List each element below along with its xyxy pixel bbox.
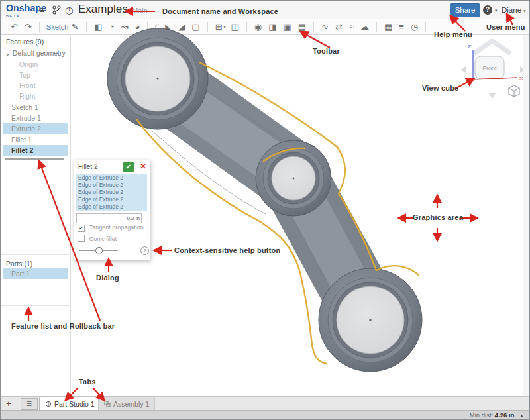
- context-help-button[interactable]: ?: [140, 246, 149, 255]
- view-cube-face-label: Front: [482, 65, 497, 72]
- model-boss-middle: [256, 140, 331, 216]
- dialog-cancel-button[interactable]: ✕: [140, 162, 146, 171]
- checkbox-checked-icon[interactable]: ✔: [78, 225, 85, 232]
- dialog-title: Fillet 2: [78, 163, 97, 170]
- annotation-label-document-name: Document name and Workspace: [162, 7, 278, 15]
- model-boss-top: [107, 28, 208, 129]
- selected-edge[interactable]: Edge of Extrude 2: [76, 182, 147, 189]
- dialog-selection-list: Edge of Extrude 2 Edge of Extrude 2 Edge…: [76, 174, 147, 211]
- z-axis-label: Z: [468, 44, 471, 50]
- dialog-confirm-button[interactable]: ✔: [123, 162, 134, 172]
- selected-edge[interactable]: Edge of Extrude 2: [76, 189, 147, 196]
- min-dist-readout[interactable]: Min dist: 4.26 in ▲: [470, 411, 524, 419]
- tab-list-button[interactable]: ☰: [21, 398, 38, 410]
- y-axis: [469, 79, 473, 83]
- status-bar: Min dist: 4.26 in ▲: [1, 410, 529, 419]
- annotation-label-user-menu: User menu: [486, 23, 525, 31]
- tab-assembly[interactable]: Assembly 1: [98, 397, 155, 411]
- add-tab-button[interactable]: +: [6, 399, 11, 409]
- view-home-icon[interactable]: [474, 41, 511, 54]
- annotation-label-dialog: Dialog: [96, 274, 119, 282]
- selected-edge[interactable]: Edge of Extrude 2: [76, 203, 147, 211]
- part-studio-icon: [45, 401, 52, 407]
- selected-edge[interactable]: Edge of Extrude 2: [76, 196, 147, 203]
- annotation-label-help-menu: Help menu: [434, 30, 472, 38]
- annotation-label-toolbar: Toolbar: [313, 47, 340, 55]
- rotate-down-icon[interactable]: [489, 93, 496, 99]
- annotation-label-graphics-area: Graphics area: [410, 213, 466, 221]
- assembly-icon: [104, 401, 111, 407]
- collapse-icon: ▲: [519, 413, 524, 418]
- tab-part-studio[interactable]: Part Studio 1: [39, 397, 101, 411]
- min-dist-label: Min dist:: [470, 411, 493, 419]
- document-tab-bar: + ☰ Part Studio 1 Assembly 1: [1, 396, 529, 411]
- annotation-label-tabs: Tabs: [79, 378, 96, 386]
- slider-handle[interactable]: [95, 247, 103, 254]
- isometric-view-icon[interactable]: [509, 85, 519, 97]
- tab-label: Part Studio 1: [54, 400, 95, 408]
- scrollbar[interactable]: [523, 35, 529, 398]
- view-cube[interactable]: Front Z X: [460, 41, 525, 99]
- fillet-dialog: Fillet 2 ✔ ✕ Edge of Extrude 2 Edge of E…: [74, 160, 150, 260]
- annotation-label-context-help: Context-sensitive help button: [174, 246, 280, 254]
- min-dist-value: 4.26 in: [495, 411, 515, 419]
- selected-edge[interactable]: Edge of Extrude 2: [76, 174, 147, 182]
- annotation-label-view-cube: View cube: [422, 84, 458, 92]
- radius-input[interactable]: [76, 213, 142, 223]
- option-label: Conic fillet: [89, 236, 117, 242]
- tangent-propagation-option[interactable]: ✔ Tangent propagation: [78, 223, 144, 231]
- onshape-window: Front Z X Onshape BETA ≡ ◷ Examples: [0, 0, 530, 420]
- rotate-left-icon[interactable]: [460, 66, 466, 73]
- conic-fillet-option[interactable]: Conic fillet: [78, 235, 117, 242]
- checkbox-unchecked-icon[interactable]: [78, 235, 85, 242]
- option-label: Tangent propagation: [89, 224, 144, 231]
- model-boss-bottom: [319, 268, 422, 372]
- tab-label: Assembly 1: [113, 400, 149, 408]
- annotation-label-feature-list: Feature list and Rollback bar: [11, 322, 115, 330]
- check-icon: ✔: [79, 225, 83, 231]
